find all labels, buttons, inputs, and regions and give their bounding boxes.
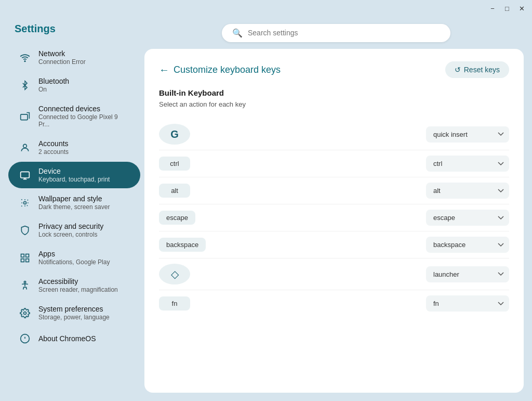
sidebar: Settings Network Connection Error Blueto… <box>4 17 144 397</box>
key-row-alt: alt altctrlescapebackspacelauncherfnquic… <box>159 177 509 204</box>
section-sub: Select an action for each key <box>159 100 509 108</box>
select-wrapper-ctrl: ctrlaltescapebackspacelauncherfnquick in… <box>426 156 509 172</box>
key-row-launcher: ◇ launcherctrlaltescapebackspacefnquick … <box>159 258 509 290</box>
svg-point-12 <box>24 312 26 314</box>
key-icon-backspace: backspace <box>159 238 206 252</box>
key-select-fn[interactable]: fnctrlaltescapebackspacelauncherquick in… <box>426 295 509 312</box>
sidebar-sub-apps: Notifications, Google Play <box>38 258 110 266</box>
key-rows: G quick insertcaps lockctrlaltescapeback… <box>159 119 509 317</box>
svg-point-11 <box>24 281 25 282</box>
maximize-button[interactable]: □ <box>502 3 512 14</box>
sidebar-sub-bluetooth: On <box>38 86 69 93</box>
search-bar: 🔍 <box>222 24 450 42</box>
svg-point-2 <box>23 144 27 148</box>
key-icon-launcher: ◇ <box>159 264 190 284</box>
sidebar-sub-system: Storage, power, language <box>38 314 110 321</box>
select-wrapper-fn: fnctrlaltescapebackspacelauncherquick in… <box>426 295 509 312</box>
sidebar-item-apps[interactable]: Apps Notifications, Google Play <box>8 244 140 271</box>
key-select-backspace[interactable]: backspacectrlaltescapelauncherfnquick in… <box>426 237 509 253</box>
svg-rect-10 <box>21 258 24 262</box>
key-select-ctrl[interactable]: ctrlaltescapebackspacelauncherfnquick in… <box>426 156 509 172</box>
sidebar-sub-wallpaper: Dark theme, screen saver <box>38 203 110 211</box>
sidebar-label-accounts: Accounts <box>38 139 69 148</box>
sidebar-label-network: Network <box>38 49 86 58</box>
select-wrapper-google: quick insertcaps lockctrlaltescapebacksp… <box>426 126 509 143</box>
back-arrow-icon: ← <box>159 64 169 76</box>
key-icon-google: G <box>159 124 190 145</box>
info-icon <box>19 332 31 345</box>
sidebar-label-bluetooth: Bluetooth <box>38 77 69 85</box>
account-icon <box>19 141 31 154</box>
sidebar-label-device: Device <box>38 167 110 175</box>
wifi-icon <box>19 51 31 64</box>
key-row-ctrl: ctrl ctrlaltescapebackspacelauncherfnqui… <box>159 150 509 177</box>
sidebar-label-system: System preferences <box>38 305 110 313</box>
reset-keys-button[interactable]: ↺ Reset keys <box>445 61 509 78</box>
device-icon <box>19 169 31 182</box>
svg-point-6 <box>24 201 26 204</box>
privacy-icon <box>19 224 31 237</box>
sidebar-item-accessibility[interactable]: Accessibility Screen reader, magnificati… <box>8 272 140 299</box>
key-icon-ctrl: ctrl <box>159 157 190 171</box>
key-icon-alt: alt <box>159 184 190 198</box>
section-title: Built-in Keyboard <box>159 88 509 97</box>
page-title: Customize keyboard keys <box>174 64 281 75</box>
bluetooth-icon <box>19 79 31 92</box>
sidebar-item-device[interactable]: Device Keyboard, touchpad, print <box>8 162 140 188</box>
sidebar-label-connected-devices: Connected devices <box>38 105 130 113</box>
sidebar-label-wallpaper: Wallpaper and style <box>38 195 110 203</box>
app-window: Settings Network Connection Error Blueto… <box>4 17 528 397</box>
sidebar-item-connected-devices[interactable]: Connected devices Connected to Google Pi… <box>8 99 140 133</box>
back-link[interactable]: ← Customize keyboard keys <box>159 64 281 76</box>
reset-label: Reset keys <box>464 66 500 74</box>
key-icon-fn: fn <box>159 296 190 311</box>
main-content: ← Customize keyboard keys ↺ Reset keys B… <box>144 49 524 393</box>
top-bar: 🔍 <box>144 17 528 49</box>
svg-rect-8 <box>26 254 29 257</box>
key-row-escape: escape escapectrlaltbackspacelauncherfnq… <box>159 204 509 231</box>
key-icon-escape: escape <box>159 211 195 225</box>
devices-icon <box>19 110 31 123</box>
sidebar-item-system[interactable]: System preferences Storage, power, langu… <box>8 300 140 326</box>
reset-icon: ↺ <box>455 66 461 74</box>
accessibility-icon <box>19 279 31 292</box>
sidebar-item-network[interactable]: Network Connection Error <box>8 44 140 71</box>
sidebar-label-apps: Apps <box>38 250 110 258</box>
select-wrapper-launcher: launcherctrlaltescapebackspacefnquick in… <box>426 266 509 282</box>
key-select-google[interactable]: quick insertcaps lockctrlaltescapebacksp… <box>426 126 509 143</box>
content-wrap: 🔍 ← Customize keyboard keys ↺ Reset keys… <box>144 17 528 397</box>
sidebar-label-about: About ChromeOS <box>38 334 96 343</box>
svg-rect-7 <box>21 254 24 257</box>
key-select-alt[interactable]: altctrlescapebackspacelauncherfnquick in… <box>426 183 509 199</box>
sidebar-sub-device: Keyboard, touchpad, print <box>38 176 110 183</box>
content-header: ← Customize keyboard keys ↺ Reset keys <box>159 61 509 78</box>
close-button[interactable]: ✕ <box>516 3 527 14</box>
select-wrapper-alt: altctrlescapebackspacelauncherfnquick in… <box>426 183 509 199</box>
minimize-button[interactable]: − <box>487 3 498 14</box>
svg-point-0 <box>24 60 25 61</box>
svg-rect-1 <box>21 114 28 120</box>
sidebar-sub-network: Connection Error <box>38 58 86 66</box>
sidebar-sub-privacy: Lock screen, controls <box>38 231 103 238</box>
sidebar-item-about[interactable]: About ChromeOS <box>8 327 140 350</box>
select-wrapper-escape: escapectrlaltbackspacelauncherfnquick in… <box>426 210 509 226</box>
sidebar-item-wallpaper[interactable]: Wallpaper and style Dark theme, screen s… <box>8 189 140 216</box>
wallpaper-icon <box>19 197 31 209</box>
sidebar-item-privacy[interactable]: Privacy and security Lock screen, contro… <box>8 217 140 243</box>
key-row-backspace: backspace backspacectrlaltescapelauncher… <box>159 231 509 258</box>
apps-icon <box>19 252 31 264</box>
sidebar-item-bluetooth[interactable]: Bluetooth On <box>8 72 140 98</box>
search-icon: 🔍 <box>232 28 243 38</box>
sidebar-sub-connected-devices: Connected to Google Pixel 9 Pr... <box>38 113 130 128</box>
search-input[interactable] <box>248 29 440 37</box>
sidebar-item-accounts[interactable]: Accounts 2 accounts <box>8 134 140 161</box>
svg-rect-9 <box>26 258 29 262</box>
key-select-escape[interactable]: escapectrlaltbackspacelauncherfnquick in… <box>426 210 509 226</box>
key-select-launcher[interactable]: launcherctrlaltescapebackspacefnquick in… <box>426 266 509 282</box>
titlebar: − □ ✕ <box>0 0 532 17</box>
app-title: Settings <box>4 17 144 43</box>
system-icon <box>19 307 31 319</box>
nav-list: Network Connection Error Bluetooth On Co… <box>4 43 144 351</box>
select-wrapper-backspace: backspacectrlaltescapelauncherfnquick in… <box>426 237 509 253</box>
key-row-google: G quick insertcaps lockctrlaltescapeback… <box>159 119 509 150</box>
